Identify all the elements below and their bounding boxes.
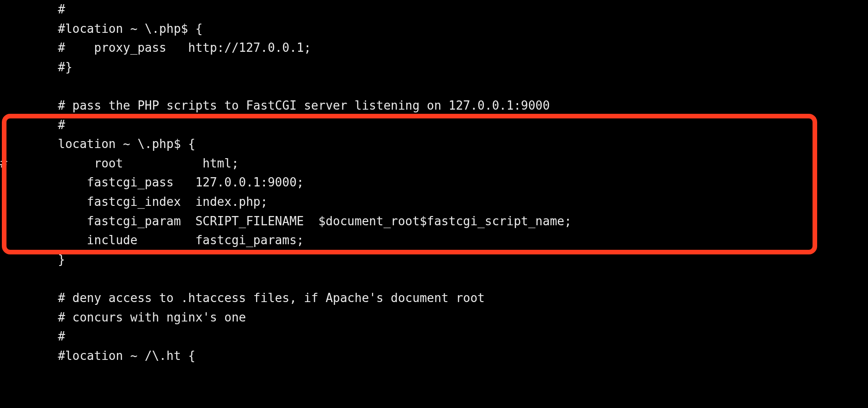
code-line: # xyxy=(0,329,65,343)
code-line: # xyxy=(0,118,65,132)
code-line: # xyxy=(0,2,65,16)
code-line: # root html; xyxy=(0,156,239,170)
code-line: #location ~ /\.ht { xyxy=(0,349,196,363)
code-line: #location ~ \.php$ { xyxy=(0,22,202,36)
code-line: # concurs with nginx's one xyxy=(0,310,246,324)
code-line: } xyxy=(0,253,65,266)
code-line: #} xyxy=(0,60,73,74)
code-line: include fastcgi_params; xyxy=(0,233,304,247)
code-line: fastcgi_pass 127.0.0.1:9000; xyxy=(0,175,304,189)
code-line: location ~ \.php$ { xyxy=(0,137,196,151)
code-line: fastcgi_param SCRIPT_FILENAME $document_… xyxy=(0,214,572,228)
terminal-code-area[interactable]: # #location ~ \.php$ { # proxy_pass http… xyxy=(0,0,868,365)
code-line: fastcgi_index index.php; xyxy=(0,195,268,209)
code-line: # deny access to .htaccess files, if Apa… xyxy=(0,291,485,305)
code-line: # pass the PHP scripts to FastCGI server… xyxy=(0,99,550,112)
code-block[interactable]: # #location ~ \.php$ { # proxy_pass http… xyxy=(0,0,868,365)
code-line: # proxy_pass http://127.0.0.1; xyxy=(0,41,311,55)
